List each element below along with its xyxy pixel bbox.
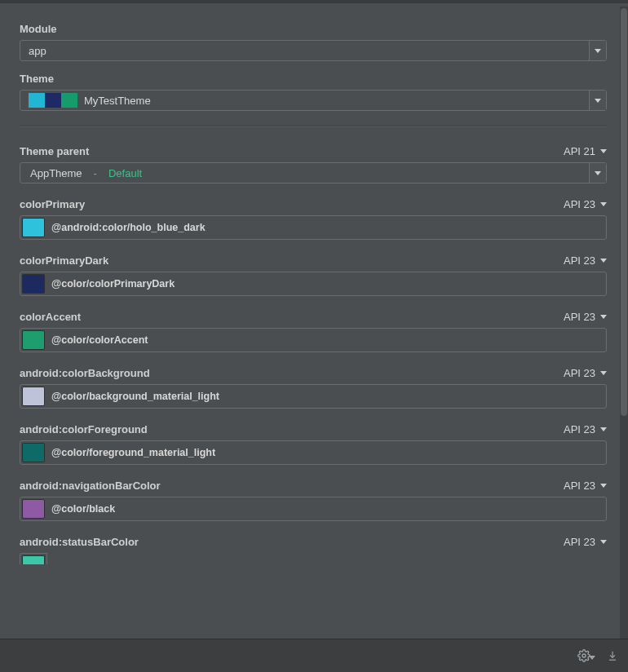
- scrollbar[interactable]: [620, 7, 628, 639]
- attr-swatch-icon: [22, 555, 45, 564]
- chevron-down-icon: [595, 49, 601, 53]
- attr-color-field[interactable]: @color/black: [20, 497, 607, 521]
- theme-parent-api-text: API 21: [564, 145, 595, 157]
- attr-color-field[interactable]: @color/colorPrimaryDark: [20, 272, 607, 296]
- attr-api-text: API 23: [564, 198, 595, 210]
- theme-value-text: MyTestTheme: [84, 95, 151, 107]
- attr-group: android:colorForegroundAPI 23@color/fore…: [20, 423, 607, 465]
- attr-header: android:colorForegroundAPI 23: [20, 423, 607, 435]
- chevron-down-icon: [600, 259, 607, 263]
- attr-api-text: API 23: [564, 423, 595, 435]
- attr-header: colorPrimaryAPI 23: [20, 198, 607, 210]
- chevron-down-icon: [600, 202, 607, 206]
- chevron-down-icon: [600, 484, 607, 488]
- theme-swatch-1: [45, 93, 61, 108]
- attr-value-text: @color/colorAccent: [46, 329, 606, 351]
- attr-color-field[interactable]: @android:color/holo_blue_dark: [20, 215, 607, 240]
- theme-editor-panel: Module app Theme: [0, 0, 628, 639]
- theme-swatch-0: [29, 93, 45, 108]
- attr-value-text: @color/colorPrimaryDark: [46, 272, 606, 295]
- attr-group-statusbarcolor: android:statusBarColor API 23: [20, 536, 607, 564]
- module-group: Module app: [20, 23, 607, 61]
- module-combo[interactable]: app: [20, 40, 607, 61]
- scrollbar-thumb[interactable]: [621, 8, 627, 416]
- attr-value-text: @color/black: [46, 497, 606, 520]
- attr-group: colorAccentAPI 23@color/colorAccent: [20, 311, 607, 352]
- theme-combo-arrow[interactable]: [589, 91, 606, 110]
- attr-name: android:navigationBarColor: [20, 480, 161, 492]
- attr-swatch-icon: [22, 330, 45, 350]
- attr-api-text: API 23: [564, 480, 595, 492]
- section-divider: [20, 126, 607, 127]
- chevron-down-icon: [600, 149, 607, 153]
- attr-api-text: API 23: [564, 311, 595, 323]
- attr-name: android:colorForeground: [20, 423, 148, 435]
- module-label: Module: [20, 23, 607, 35]
- attr-swatch-icon: [22, 499, 45, 519]
- attr-api-chip[interactable]: API 23: [564, 536, 607, 548]
- theme-parent-combo-body: AppTheme - Default: [20, 163, 589, 183]
- attr-color-field[interactable]: @color/colorAccent: [20, 328, 607, 352]
- module-combo-arrow[interactable]: [589, 41, 606, 60]
- module-value-text: app: [29, 45, 46, 57]
- svg-point-0: [582, 654, 586, 657]
- theme-parent-api-chip[interactable]: API 21: [564, 145, 607, 157]
- attr-value-text: @color/foreground_material_light: [46, 441, 606, 464]
- theme-swatch-triple: [29, 93, 77, 108]
- theme-parent-label: Theme parent: [20, 145, 89, 157]
- chevron-down-icon: [600, 540, 607, 544]
- attr-value-text: @android:color/holo_blue_dark: [46, 216, 606, 239]
- attr-api-chip[interactable]: API 23: [564, 423, 607, 435]
- attr-color-field[interactable]: [20, 553, 47, 564]
- attr-swatch-icon: [22, 274, 45, 294]
- attr-api-chip[interactable]: API 23: [564, 254, 607, 267]
- gear-icon[interactable]: [577, 649, 595, 662]
- attr-color-field[interactable]: @color/background_material_light: [20, 384, 607, 409]
- chevron-down-icon: [595, 99, 601, 103]
- attr-group: android:colorBackgroundAPI 23@color/back…: [20, 367, 607, 409]
- attr-header: android:colorBackgroundAPI 23: [20, 367, 607, 379]
- theme-swatch-2: [61, 93, 77, 108]
- theme-group: Theme MyTestTheme: [20, 73, 607, 111]
- attr-header: android:statusBarColor API 23: [20, 536, 607, 548]
- theme-parent-combo[interactable]: AppTheme - Default: [20, 162, 607, 183]
- attr-header: colorPrimaryDarkAPI 23: [20, 254, 607, 267]
- attr-header: android:navigationBarColorAPI 23: [20, 480, 607, 492]
- attr-name: android:colorBackground: [20, 367, 150, 379]
- theme-parent-variant: Default: [108, 167, 142, 179]
- chevron-down-icon: [600, 315, 607, 319]
- theme-combo[interactable]: MyTestTheme: [20, 90, 607, 111]
- theme-parent-header: Theme parent API 21: [20, 145, 607, 157]
- attr-api-chip[interactable]: API 23: [564, 198, 607, 210]
- chevron-down-icon: [600, 371, 607, 375]
- attr-group: colorPrimaryAPI 23@android:color/holo_bl…: [20, 198, 607, 240]
- attr-name: colorPrimary: [20, 198, 85, 210]
- attr-api-chip[interactable]: API 23: [564, 480, 607, 492]
- attr-header: colorAccentAPI 23: [20, 311, 607, 323]
- attr-swatch-icon: [22, 443, 45, 462]
- attr-api-chip[interactable]: API 23: [564, 311, 607, 323]
- download-icon[interactable]: [607, 650, 618, 661]
- chevron-down-icon: [600, 427, 607, 431]
- attr-group: colorPrimaryDarkAPI 23@color/colorPrimar…: [20, 254, 607, 296]
- theme-combo-body: MyTestTheme: [20, 91, 589, 110]
- attr-group: android:navigationBarColorAPI 23@color/b…: [20, 480, 607, 521]
- attr-api-text: API 23: [564, 367, 595, 379]
- attr-name: colorPrimaryDark: [20, 254, 108, 267]
- attr-name: android:statusBarColor: [20, 536, 139, 548]
- attr-color-field[interactable]: @color/foreground_material_light: [20, 440, 607, 465]
- attr-value-text: @color/background_material_light: [46, 385, 606, 408]
- status-bar: [0, 639, 628, 672]
- theme-parent-combo-arrow[interactable]: [589, 163, 606, 183]
- attr-name: colorAccent: [20, 311, 81, 323]
- theme-parent-base: AppTheme: [30, 167, 82, 179]
- attr-swatch-icon: [22, 387, 45, 406]
- attr-api-chip[interactable]: API 23: [564, 367, 607, 379]
- theme-parent-sep: -: [89, 167, 102, 179]
- module-combo-value: app: [20, 41, 589, 60]
- attr-api-text: API 23: [564, 536, 595, 548]
- attr-swatch-icon: [22, 218, 45, 237]
- content-area: Module app Theme: [0, 3, 620, 639]
- theme-label: Theme: [20, 73, 607, 85]
- chevron-down-icon: [595, 171, 601, 175]
